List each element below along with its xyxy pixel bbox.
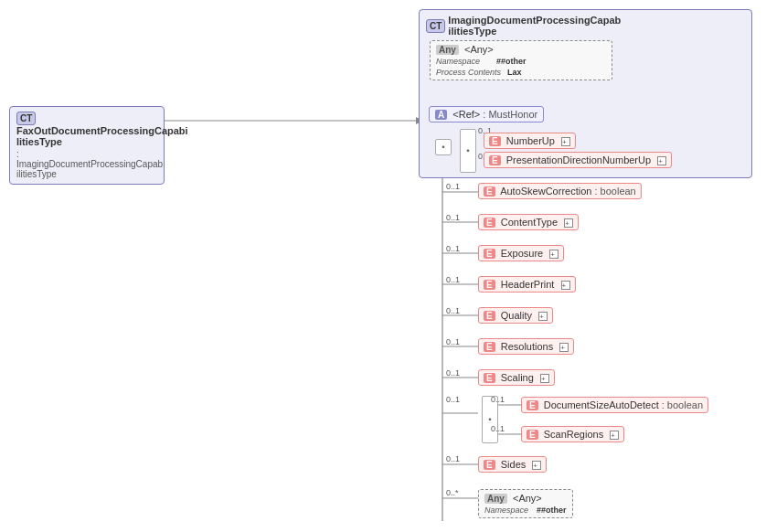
e-presentation-box: E PresentationDirectionNumberUp + [484,152,672,168]
e-exposure-box: E Exposure + [478,245,564,261]
e-resolutions-label: E [484,342,495,352]
e-numberup-box: E NumberUp + [484,133,576,149]
imaging-ct-box: CT ImagingDocumentProcessingCapabilities… [419,9,752,178]
any-bottom-label: Any [484,494,507,504]
e-scaling-box: E Scaling + [478,369,555,386]
e-headerprint-label: E [484,280,495,290]
any-bottom-ns-val: ##other [537,505,567,515]
mult-exposure: 0..1 [446,244,460,253]
e-resolutions-box: E Resolutions + [478,338,574,355]
e-docsize-suffix: : boolean [662,399,703,410]
e-quality-box: E Quality + [478,307,553,324]
mult-subgroup: 0..1 [446,395,460,404]
e-docsize-box: E DocumentSizeAutoDetect : boolean [521,397,708,413]
mult-scaling: 0..1 [446,368,460,378]
mult-headerprint: 0..1 [446,275,460,284]
e-sides-name: Sides [501,459,527,470]
main-ct-box: CT FaxOutDocumentProcessingCapabilitiesT… [9,106,165,185]
a-ref-value: <Ref> [452,109,480,120]
e-scanregions-label: E [527,430,538,440]
resolutions-expand[interactable]: + [559,343,569,352]
e-numberup-name: NumberUp [506,135,555,146]
e-scaling-name: Scaling [501,372,534,383]
main-connector-box: ⦁ [435,139,452,155]
e-scanregions-name: ScanRegions [544,429,603,440]
a-ref-suffix: : MustHonor [483,109,537,120]
e-presentation-label: E [489,155,501,165]
contenttype-expand[interactable]: + [564,218,573,228]
a-ref-label: A [435,110,447,120]
e-headerprint-name: HeaderPrint [501,279,555,290]
mult-resolutions: 0..1 [446,337,460,346]
namespace-val-other: ##other [496,57,527,66]
e-exposure-name: Exposure [501,248,543,259]
e-exposure-label: E [484,249,495,259]
quality-expand[interactable]: + [538,312,548,321]
any-bottom-ns-label: Namespace [484,505,528,515]
sides-expand[interactable]: + [532,461,541,470]
e-numberup-label: E [489,136,501,146]
e-sides-box: E Sides + [478,456,547,473]
connector-box-inner: ⦁ [460,129,476,173]
e-sides-label: E [484,460,495,470]
e-contenttype-name: ContentType [501,217,558,228]
mult-docsize: 0..1 [491,395,505,404]
e-quality-label: E [484,311,495,321]
e-contenttype-label: E [484,218,495,228]
scaling-expand[interactable]: + [540,374,549,383]
process-val: Lax [507,68,522,77]
namespace-label: Namespace [436,57,480,66]
mult-autoskew: 0..1 [446,182,460,191]
process-label: Process Contents [436,68,501,77]
scanregions-expand[interactable]: + [610,431,619,440]
any-inner-label: Any [436,45,459,55]
main-ct-ref: : ImagingDocumentProcessingCapabilitiesT… [16,149,157,179]
e-docsize-label: E [527,400,538,410]
e-contenttype-box: E ContentType + [478,214,579,230]
e-scaling-label: E [484,373,495,383]
e-docsize-name: DocumentSizeAutoDetect [544,399,659,410]
mult-any-bottom: 0..* [446,488,459,497]
any-inner-box: Any <Any> Namespace ##other Process Cont… [430,40,612,80]
any-inner-value: <Any> [464,44,494,55]
mult-contenttype: 0..1 [446,213,460,222]
any-bottom-value: <Any> [513,493,542,504]
any-bottom-box: Any <Any> Namespace ##other [478,489,573,518]
a-ref-box: A <Ref> : MustHonor [429,106,544,122]
numberup-expand[interactable]: + [561,137,570,146]
headerprint-expand[interactable]: + [561,281,570,290]
e-autoskew-label: E [484,186,495,197]
e-presentation-name: PresentationDirectionNumberUp [506,154,651,165]
e-quality-name: Quality [501,310,532,321]
e-headerprint-box: E HeaderPrint + [478,276,576,293]
e-scanregions-box: E ScanRegions + [521,426,624,442]
e-autoskew-suffix: : boolean [594,186,635,197]
e-autoskew-box: E AutoSkewCorrection : boolean [478,183,642,199]
diagram-container: CT FaxOutDocumentProcessingCapabilitiesT… [0,0,766,532]
e-autoskew-name: AutoSkewCorrection [500,186,591,197]
presentation-expand[interactable]: + [657,156,666,165]
e-resolutions-name: Resolutions [501,341,553,352]
mult-sides: 0..1 [446,454,460,463]
exposure-expand[interactable]: + [549,250,559,259]
main-ct-name: FaxOutDocumentProcessingCapabilitiesType [16,125,188,147]
main-ct-label: CT [16,112,36,125]
mult-scanregions: 0..1 [491,424,505,433]
imaging-ct-label: CT [426,19,445,33]
mult-quality: 0..1 [446,306,460,315]
imaging-ct-name: ImagingDocumentProcessingCapabilitiesTyp… [448,15,621,37]
